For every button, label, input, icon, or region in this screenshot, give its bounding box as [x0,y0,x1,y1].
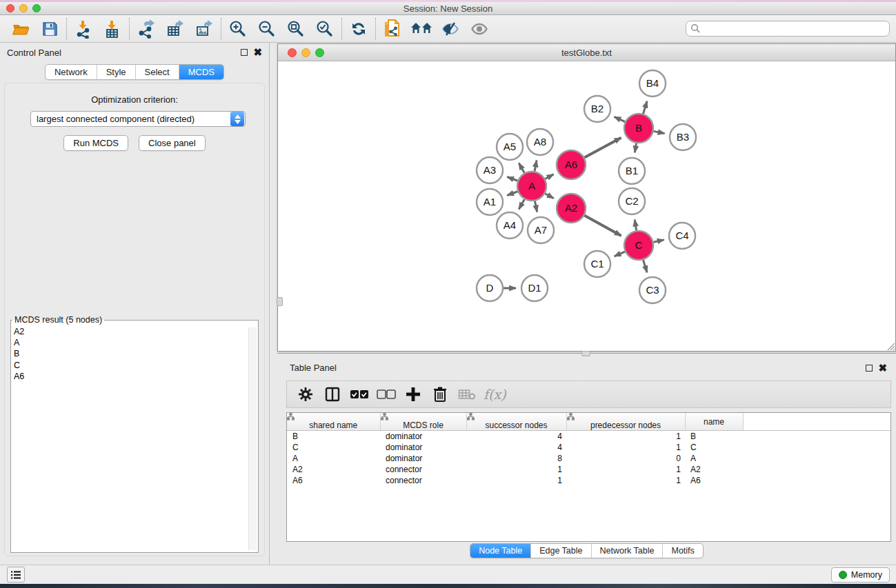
hide-details-icon[interactable] [436,17,465,41]
graph-node-B2[interactable]: B2 [584,96,610,122]
column-header-name[interactable]: name [685,413,743,431]
graph-node-C3[interactable]: C3 [639,277,666,303]
export-network-icon[interactable] [132,17,161,41]
close-panel-icon[interactable]: ✖ [878,365,887,372]
graph-edge-A-A3[interactable] [507,177,517,181]
float-panel-icon[interactable] [866,365,873,372]
table-cell[interactable]: 1 [566,464,685,475]
splitter-handle[interactable] [277,297,283,306]
table-cell[interactable]: 1 [566,475,685,486]
table-cell[interactable]: B [287,431,380,442]
tab-select[interactable]: Select [135,65,179,79]
table-cell[interactable]: A2 [685,464,743,475]
table-cell[interactable]: A6 [287,475,380,486]
table-cell[interactable]: A [287,453,380,464]
table-cell[interactable]: 0 [566,453,685,464]
resize-grip-icon[interactable] [885,341,895,350]
graph-node-A3[interactable]: A3 [477,157,503,183]
graph-edge-A6-B[interactable] [584,138,621,158]
column-header-successor-nodes[interactable]: successor nodes [466,413,566,431]
float-panel-icon[interactable] [241,49,248,56]
graph-edge-A-A4[interactable] [519,199,524,209]
table-cell[interactable]: 1 [566,442,685,453]
table-cell[interactable]: 4 [466,431,566,442]
table-cell[interactable]: A6 [685,475,743,486]
zoom-fit-icon[interactable] [281,17,310,41]
show-details-icon[interactable] [465,17,494,41]
graph-edge-B-B3[interactable] [654,131,665,133]
table-row[interactable]: Bdominator41B [287,431,890,442]
table-cell[interactable]: C [287,442,380,453]
new-network-from-selection-icon[interactable] [378,17,407,41]
select-all-rows-icon[interactable] [349,384,370,405]
table-row[interactable]: A6connector11A6 [287,475,890,486]
mcds-result-item[interactable]: A [14,337,247,348]
graph-node-C4[interactable]: C4 [669,223,695,249]
table-cell[interactable]: dominator [380,453,466,464]
tab-node-table[interactable]: Node Table [470,544,530,558]
tab-network[interactable]: Network [46,65,97,79]
refresh-layout-icon[interactable] [344,17,373,41]
criterion-select[interactable]: largest connected component (directed) [30,111,246,127]
tab-edge-table[interactable]: Edge Table [530,544,590,558]
table-row[interactable]: A2connector11A2 [287,464,890,475]
import-table-icon[interactable] [98,17,127,41]
open-folder-icon[interactable] [6,17,35,41]
graph-edge-C-C4[interactable] [653,240,664,242]
graph-node-A8[interactable]: A8 [527,129,553,155]
close-panel-icon[interactable]: ✖ [253,49,262,56]
graph-edge-C-C3[interactable] [643,260,647,272]
table-settings-gear-icon[interactable] [295,384,316,405]
export-table-icon[interactable] [161,17,190,41]
zoom-in-icon[interactable] [223,17,252,41]
close-panel-button[interactable]: Close panel [139,135,206,151]
table-cell[interactable]: dominator [380,431,466,442]
search-input[interactable] [686,21,890,37]
memory-button[interactable]: Memory [831,567,890,582]
tab-network-table[interactable]: Network Table [591,544,663,558]
graph-node-A1[interactable]: A1 [477,189,503,215]
mcds-result-item[interactable]: C [14,360,247,371]
horizontal-splitter-handle[interactable] [581,351,590,356]
homes-icon[interactable] [407,17,436,41]
graph-node-D[interactable]: D [477,275,503,301]
graph-node-C[interactable]: C [624,231,653,260]
export-image-icon[interactable] [190,17,219,41]
table-cell[interactable]: 1 [466,475,566,486]
table-cell[interactable]: connector [380,475,466,486]
table-row[interactable]: Adominator80A [287,453,890,464]
mcds-result-item[interactable]: B [14,348,247,359]
table-cell[interactable]: C [685,442,743,453]
graph-node-B3[interactable]: B3 [670,124,696,150]
graph-node-C2[interactable]: C2 [619,188,645,214]
graph-edge-A-A2[interactable] [545,194,554,199]
graph-node-A[interactable]: A [517,172,546,201]
graph-edge-A-A1[interactable] [507,192,517,196]
table-cell[interactable]: A [685,453,743,464]
graph-edge-A-A5[interactable] [519,163,524,173]
mcds-result-item[interactable]: A2 [14,326,247,337]
graph-node-D1[interactable]: D1 [521,275,548,301]
table-cell[interactable]: 8 [466,453,566,464]
graph-node-A2[interactable]: A2 [557,194,586,223]
graph-edge-A2-C[interactable] [584,216,621,236]
save-icon[interactable] [35,17,64,41]
table-cell[interactable]: B [685,431,743,442]
graph-node-C1[interactable]: C1 [584,251,610,277]
task-history-button[interactable] [7,567,25,582]
run-mcds-button[interactable]: Run MCDS [63,135,128,151]
graph-node-B[interactable]: B [624,114,653,143]
mcds-result-list[interactable]: A2ABCA6 [14,326,247,550]
table-cell[interactable]: 4 [466,442,566,453]
column-header-MCDS-role[interactable]: MCDS role [380,413,466,431]
graph-edge-A-A8[interactable] [535,161,537,172]
graph-edge-B-B1[interactable] [635,143,636,153]
graph-edge-C-C1[interactable] [615,252,625,256]
graph-edge-A-A7[interactable] [535,201,537,212]
column-header-shared-name[interactable]: shared name [287,413,380,431]
graph-edge-B-B2[interactable] [614,116,625,121]
column-header-predecessor-nodes[interactable]: predecessor nodes [566,413,685,431]
graph-node-A4[interactable]: A4 [497,212,523,239]
network-window-titlebar[interactable]: testGlobe.txt [278,44,895,61]
graph-node-A5[interactable]: A5 [497,134,523,160]
